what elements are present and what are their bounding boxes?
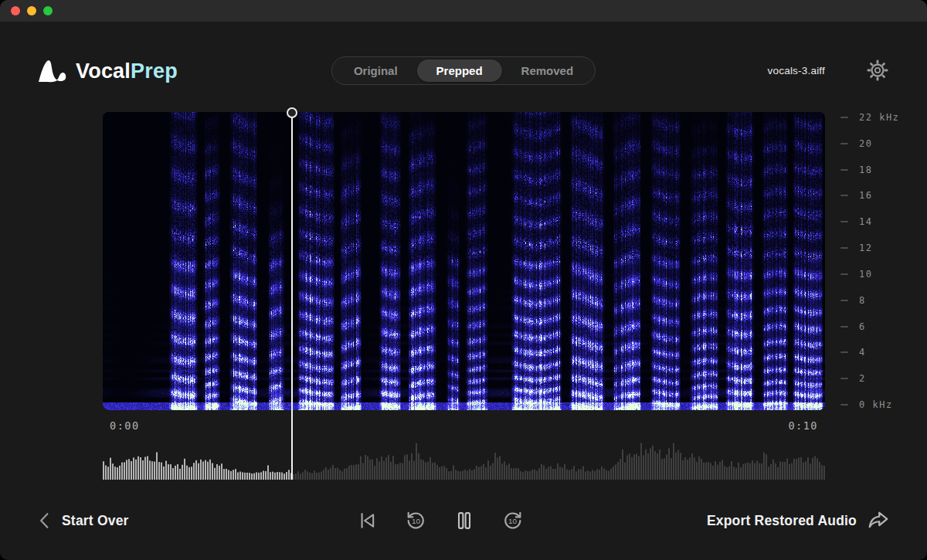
tick-label: 14	[859, 216, 872, 227]
timeline-labels: 0:00 0:10	[103, 419, 825, 432]
tick-label: 20	[859, 138, 872, 149]
settings-button[interactable]	[867, 59, 888, 81]
start-over-button[interactable]: Start Over	[37, 508, 129, 533]
chevron-left-icon	[37, 512, 51, 529]
tick-label: 18	[859, 165, 872, 175]
app-title-secondary: Prep	[131, 59, 178, 83]
start-over-label: Start Over	[62, 513, 129, 529]
tick-dash	[840, 273, 848, 275]
forward-10-icon: 10	[502, 510, 524, 531]
freq-tick: 20	[840, 139, 899, 148]
rewind-amount-label: 10	[412, 517, 421, 525]
playhead-handle[interactable]	[287, 107, 297, 118]
rewind-10-button[interactable]: 10	[405, 510, 426, 531]
frequency-axis: 22 kHz20181614121086420 kHz	[840, 113, 899, 409]
playhead-line	[291, 113, 293, 480]
close-window-button[interactable]	[11, 6, 20, 15]
freq-tick: 16	[840, 191, 899, 200]
tab-prepped[interactable]: Prepped	[417, 59, 502, 82]
minimize-window-button[interactable]	[27, 6, 36, 15]
app-title-primary: Vocal	[76, 59, 131, 83]
vocalprep-logo-icon	[37, 58, 68, 84]
app-window: VocalPrep Original Prepped Removed vocal…	[0, 0, 927, 560]
transport-controls: 10 10	[356, 510, 524, 531]
export-button[interactable]: Export Restored Audio	[707, 507, 890, 535]
tick-label: 2	[859, 373, 866, 384]
zoom-window-button[interactable]	[43, 6, 53, 15]
freq-tick: 12	[840, 243, 899, 253]
freq-tick: 18	[840, 165, 899, 175]
freq-tick: 8	[840, 296, 899, 305]
tick-label: 8	[859, 295, 866, 306]
tick-label: 4	[859, 347, 866, 358]
tick-label: 12	[859, 243, 872, 253]
rewind-10-icon: 10	[405, 510, 426, 531]
tick-dash	[840, 169, 848, 171]
freq-tick: 6	[840, 322, 899, 331]
time-end-label: 0:10	[788, 419, 818, 432]
tick-label: 22 kHz	[859, 112, 899, 123]
tab-removed[interactable]: Removed	[502, 59, 593, 82]
share-arrow-icon	[867, 510, 890, 531]
pause-icon	[453, 510, 475, 531]
tick-dash	[840, 351, 848, 353]
skip-to-start-button[interactable]	[356, 510, 378, 531]
app-title: VocalPrep	[76, 59, 178, 83]
waveform[interactable]	[103, 441, 825, 480]
tick-dash	[840, 117, 848, 118]
tab-original[interactable]: Original	[334, 59, 417, 82]
tick-dash	[840, 221, 848, 222]
tick-label: 16	[859, 190, 872, 201]
tick-label: 0 kHz	[859, 399, 893, 410]
tick-dash	[840, 143, 848, 144]
forward-10-button[interactable]: 10	[502, 510, 524, 531]
app-logo: VocalPrep	[37, 56, 178, 87]
filename-label: vocals-3.aiff	[768, 65, 825, 76]
freq-tick: 22 kHz	[840, 113, 899, 122]
freq-tick: 14	[840, 217, 899, 226]
freq-tick: 10	[840, 270, 899, 279]
window-titlebar[interactable]	[0, 0, 927, 22]
tick-label: 10	[859, 269, 872, 280]
tick-dash	[840, 326, 848, 328]
tick-label: 6	[859, 321, 866, 332]
gear-icon	[867, 59, 888, 81]
export-label: Export Restored Audio	[707, 513, 857, 529]
freq-tick: 2	[840, 374, 899, 383]
skip-to-start-icon	[356, 510, 378, 531]
tick-dash	[840, 404, 848, 406]
tick-dash	[840, 247, 848, 249]
freq-tick: 4	[840, 348, 899, 357]
view-tabs: Original Prepped Removed	[331, 56, 596, 85]
spectrogram[interactable]	[103, 112, 825, 410]
tick-dash	[840, 300, 848, 301]
time-start-label: 0:00	[110, 419, 140, 432]
forward-amount-label: 10	[508, 517, 518, 525]
pause-button[interactable]	[453, 510, 475, 531]
freq-tick: 0 kHz	[840, 400, 899, 409]
spectrogram-panel	[103, 112, 825, 410]
tick-dash	[840, 378, 848, 379]
tick-dash	[840, 195, 848, 196]
